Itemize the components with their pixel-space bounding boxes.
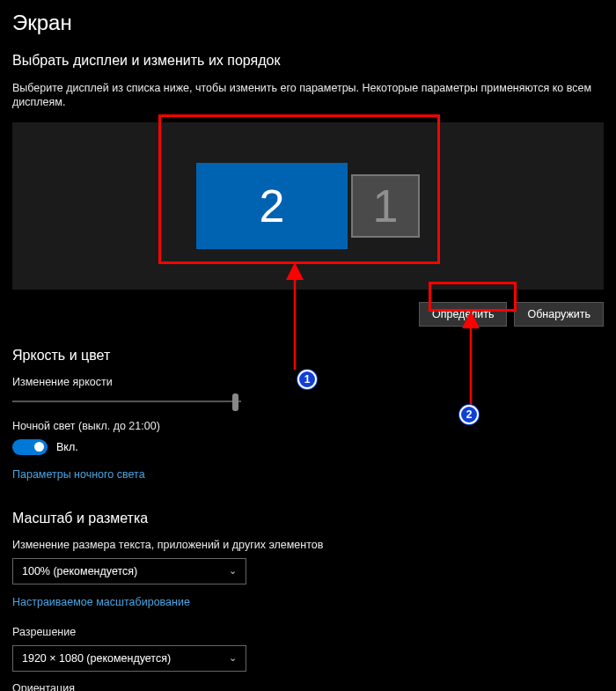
brightness-slider[interactable]	[12, 401, 241, 402]
nightlight-label: Ночной свет (выкл. до 21:00)	[12, 420, 604, 432]
brightness-slider-thumb[interactable]	[232, 393, 238, 411]
display-arrange-area[interactable]: 2 1	[12, 122, 604, 290]
arrange-desc: Выберите дисплей из списка ниже, чтобы и…	[12, 81, 604, 110]
text-size-dropdown[interactable]: 100% (рекомендуется) ⌄	[12, 558, 246, 584]
brightness-slider-label: Изменение яркости	[12, 376, 604, 388]
resolution-dropdown[interactable]: 1920 × 1080 (рекомендуется) ⌄	[12, 645, 246, 672]
page-title: Экран	[12, 11, 604, 35]
nightlight-settings-link[interactable]: Параметры ночного света	[12, 468, 145, 481]
chevron-down-icon: ⌄	[229, 652, 237, 664]
resolution-value: 1920 × 1080 (рекомендуется)	[22, 652, 171, 665]
annotation-arrow-2	[458, 312, 484, 416]
scale-heading: Масштаб и разметка	[12, 511, 604, 526]
arrange-heading: Выбрать дисплеи и изменить их порядок	[12, 53, 604, 69]
chevron-down-icon: ⌄	[229, 565, 237, 577]
detect-button[interactable]: Обнаружить	[514, 302, 604, 327]
identify-button[interactable]: Определить	[419, 302, 507, 327]
display-canvas: 2 1	[12, 135, 604, 277]
brightness-heading: Яркость и цвет	[12, 348, 604, 364]
custom-scaling-link[interactable]: Настраиваемое масштабирование	[12, 596, 190, 608]
orientation-label: Ориентация	[12, 682, 604, 692]
nightlight-state: Вкл.	[56, 441, 78, 453]
nightlight-toggle[interactable]	[12, 439, 48, 455]
monitor-2[interactable]: 2	[196, 163, 348, 249]
text-size-value: 100% (рекомендуется)	[22, 565, 137, 577]
resolution-label: Разрешение	[12, 626, 604, 638]
monitor-1[interactable]: 1	[351, 174, 420, 238]
text-size-label: Изменение размера текста, приложений и д…	[12, 539, 604, 551]
